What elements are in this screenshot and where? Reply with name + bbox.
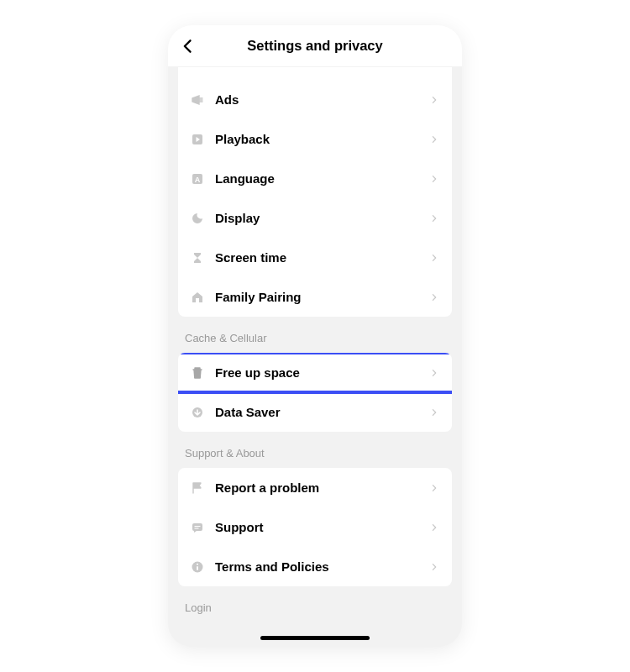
megaphone-icon — [190, 92, 205, 108]
data-saver-icon — [190, 405, 205, 420]
list-group-support: Report a problem Support — [178, 468, 452, 586]
language-icon: A — [190, 171, 205, 186]
chevron-right-icon — [428, 173, 440, 185]
flag-icon — [190, 480, 205, 496]
row-label: Free up space — [215, 365, 428, 380]
header: Settings and privacy — [168, 25, 462, 67]
chevron-right-icon — [428, 291, 440, 303]
chat-icon — [190, 520, 205, 535]
home-indicator — [260, 636, 370, 640]
row-family-pairing[interactable]: Family Pairing — [178, 277, 452, 317]
row-label: Display — [215, 211, 428, 225]
list-group-cache: Free up space Data Saver — [178, 353, 452, 432]
row-label: Screen time — [215, 250, 428, 265]
scroll-area[interactable]: Content preferences Ads — [168, 67, 462, 647]
back-button[interactable] — [178, 36, 198, 56]
row-ads[interactable]: Ads — [178, 80, 452, 119]
phone-frame: Settings and privacy Content preferences — [168, 25, 462, 647]
row-label: Playback — [215, 132, 428, 146]
home-icon — [190, 290, 205, 305]
section-header-support: Support & About — [168, 432, 462, 468]
row-content-preferences[interactable]: Content preferences — [178, 67, 452, 80]
play-icon — [190, 132, 205, 147]
row-label: Language — [215, 171, 428, 186]
row-label: Family Pairing — [215, 290, 428, 304]
trash-icon — [190, 365, 205, 381]
svg-rect-10 — [195, 528, 199, 528]
chevron-right-icon — [428, 213, 440, 224]
sliders-icon — [190, 67, 205, 68]
svg-rect-8 — [192, 523, 202, 531]
row-screen-time[interactable]: Screen time — [178, 238, 452, 277]
row-label: Support — [215, 520, 428, 534]
section-header-cache: Cache & Cellular — [168, 317, 462, 353]
moon-icon — [190, 211, 205, 226]
row-terms-policies[interactable]: Terms and Policies — [178, 547, 452, 586]
row-display[interactable]: Display — [178, 198, 452, 238]
chevron-right-icon — [428, 407, 440, 418]
chevron-left-icon — [180, 38, 197, 55]
row-label: Data Saver — [215, 405, 428, 419]
row-label: Report a problem — [215, 480, 428, 495]
row-free-up-space[interactable]: Free up space — [178, 353, 452, 392]
row-language[interactable]: A Language — [178, 159, 452, 198]
chevron-right-icon — [428, 482, 440, 494]
chevron-right-icon — [428, 522, 440, 533]
page-title: Settings and privacy — [168, 38, 462, 54]
row-support[interactable]: Support — [178, 507, 452, 547]
hourglass-icon — [190, 250, 205, 265]
row-data-saver[interactable]: Data Saver — [178, 392, 452, 432]
list-group-content-display: Content preferences Ads — [178, 67, 452, 317]
svg-rect-6 — [196, 298, 199, 302]
svg-text:A: A — [195, 176, 201, 184]
chevron-right-icon — [428, 252, 440, 264]
svg-point-13 — [197, 563, 198, 564]
row-label: Terms and Policies — [215, 559, 428, 574]
row-report-problem[interactable]: Report a problem — [178, 468, 452, 507]
row-label: Ads — [215, 92, 428, 107]
chevron-right-icon — [428, 367, 440, 379]
section-header-login: Login — [168, 586, 462, 622]
info-icon — [190, 559, 205, 575]
svg-rect-12 — [197, 566, 198, 570]
svg-rect-9 — [195, 526, 201, 527]
row-playback[interactable]: Playback — [178, 119, 452, 159]
chevron-right-icon — [428, 134, 440, 145]
chevron-right-icon — [428, 561, 440, 573]
chevron-right-icon — [428, 94, 440, 106]
